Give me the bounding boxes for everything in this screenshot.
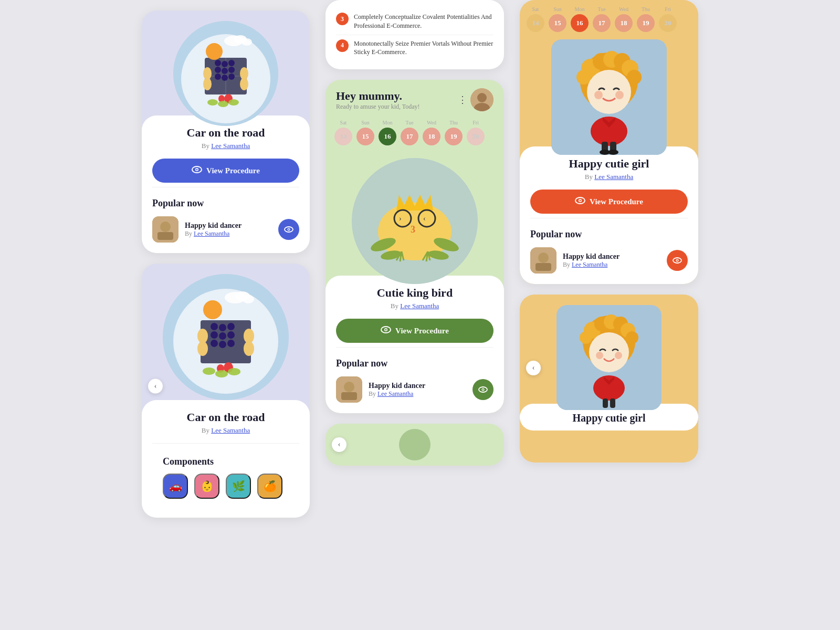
svg-point-29 <box>196 169 198 171</box>
svg-point-41 <box>219 324 226 331</box>
svg-text:3: 3 <box>411 224 415 235</box>
svg-text:›: › <box>399 215 402 223</box>
popular-section-right: Popular now Happy kid dancer By Lee Sama… <box>530 223 688 274</box>
svg-point-96 <box>615 91 624 99</box>
card-cutie-king-bird: Hey mummy. Ready to amuse your kid, Toda… <box>326 80 504 413</box>
svg-point-94 <box>587 70 631 114</box>
cal-day-fri: Fri 20 <box>466 120 485 145</box>
plate-image-area <box>142 10 310 126</box>
menu-dots[interactable]: ⋮ <box>458 94 467 106</box>
svg-point-45 <box>227 331 235 339</box>
svg-point-93 <box>576 70 591 85</box>
bird-plate-wrapper: › ‹ 3 <box>326 150 504 284</box>
svg-point-56 <box>215 370 228 377</box>
svg-point-102 <box>608 150 618 155</box>
components-row: 🚗 👶 🌿 🍊 <box>163 474 289 499</box>
popular-author-link-right[interactable]: Lee Samantha <box>572 261 607 268</box>
svg-point-26 <box>242 38 252 46</box>
popular-info-1: Happy kid dancer By Lee Samantha <box>185 222 272 238</box>
bird-author-link[interactable]: Lee Samantha <box>400 302 439 310</box>
svg-point-57 <box>228 368 240 375</box>
card-author: By Lee Samantha <box>152 142 299 150</box>
svg-point-35 <box>288 229 289 230</box>
view-procedure-button-center[interactable]: View Procedure <box>336 319 494 343</box>
popular-eye-btn-right[interactable] <box>667 250 688 271</box>
card-happy-cutie-girl-top: Sat 14 Sun 15 Mon 16 Tue 17 Wed 18 Thu 1… <box>520 0 698 284</box>
svg-point-42 <box>227 323 235 330</box>
card-body: Car on the road By Lee Samantha View Pro… <box>142 116 310 253</box>
author-link-2[interactable]: Lee Samantha <box>211 426 250 434</box>
back-button-left[interactable]: ‹ <box>148 379 163 394</box>
girl-plate-wrapper <box>520 34 698 155</box>
svg-rect-126 <box>603 398 608 408</box>
svg-point-6 <box>215 60 221 66</box>
svg-point-123 <box>615 352 622 359</box>
svg-point-120 <box>580 331 592 344</box>
svg-point-23 <box>228 99 239 106</box>
popular-author-link-center[interactable]: Lee Samantha <box>377 390 413 397</box>
popular-thumb-right <box>530 247 556 274</box>
component-btn-2[interactable]: 👶 <box>194 474 219 499</box>
cal-day-wed: Wed 18 <box>422 120 441 145</box>
card-happy-cutie-girl-bottom: ‹ <box>520 295 698 463</box>
cal-day-sun: Sun 15 <box>356 120 375 145</box>
view-procedure-button-1[interactable]: View Procedure <box>152 159 299 183</box>
svg-point-124 <box>593 375 625 401</box>
cal-day-wed-r: Wed 18 <box>614 6 633 32</box>
bird-author: By Lee Samantha <box>336 302 494 310</box>
back-button-right-bottom[interactable]: ‹ <box>526 361 541 375</box>
svg-point-84 <box>482 389 484 390</box>
girl-plate-2 <box>556 305 662 410</box>
card-author-2: By Lee Samantha <box>152 426 299 435</box>
svg-point-92 <box>627 70 642 85</box>
svg-point-10 <box>222 68 228 74</box>
svg-point-14 <box>228 74 235 80</box>
svg-point-11 <box>228 67 235 73</box>
svg-text:‹: ‹ <box>423 215 426 223</box>
component-btn-1[interactable]: 🚗 <box>163 474 188 499</box>
card-title: Car on the road <box>152 126 299 140</box>
popular-thumb-1 <box>152 216 178 243</box>
cal-day-mon-r: Mon 16 <box>570 6 589 32</box>
components-title: Components <box>163 456 289 467</box>
svg-point-18 <box>240 78 248 90</box>
greeting-text: Hey mummy. Ready to amuse your kid, Toda… <box>336 89 420 111</box>
author-link[interactable]: Lee Samantha <box>211 142 250 150</box>
bird-plate: › ‹ 3 <box>352 158 478 284</box>
popular-eye-btn-1[interactable] <box>278 219 299 240</box>
bird-title: Cutie king bird <box>336 286 494 300</box>
svg-point-38 <box>203 300 222 319</box>
girl-title-2: Happy cutie girl <box>530 412 688 424</box>
svg-point-40 <box>211 323 218 330</box>
task-item-4: 4 Monotonectally Seize Premier Vortals W… <box>336 35 494 61</box>
task-num-4: 4 <box>336 39 349 52</box>
svg-point-44 <box>219 332 226 340</box>
popular-title-right: Popular now <box>530 229 688 240</box>
girl-author-link[interactable]: Lee Samantha <box>594 173 633 181</box>
svg-point-9 <box>215 67 221 73</box>
component-btn-4[interactable]: 🍊 <box>257 474 282 499</box>
component-btn-3[interactable]: 🌿 <box>226 474 251 499</box>
popular-item-right: Happy kid dancer By Lee Samantha <box>530 247 688 274</box>
popular-section-center: Popular now Happy kid dancer By Lee Sama… <box>336 352 494 403</box>
cal-day-thu: Thu 19 <box>444 120 463 145</box>
view-procedure-button-right[interactable]: View Procedure <box>530 190 688 214</box>
card-green-partial-bottom: ‹ <box>326 424 504 466</box>
girl-title: Happy cutie girl <box>530 157 688 171</box>
popular-info-right: Happy kid dancer By Lee Samantha <box>563 253 660 269</box>
svg-point-111 <box>677 260 678 261</box>
card-car-on-road-top: Car on the road By Lee Samantha View Pro… <box>142 10 310 253</box>
svg-point-119 <box>626 331 638 344</box>
plate-image-area-2 <box>142 264 310 400</box>
popular-author-link-1[interactable]: Lee Samantha <box>194 230 229 237</box>
popular-by-right: By Lee Samantha <box>563 261 660 269</box>
popular-item-1: Happy kid dancer By Lee Samantha <box>152 216 299 243</box>
back-button-center-bottom[interactable]: ‹ <box>332 437 346 452</box>
girl-plate <box>551 39 667 155</box>
popular-eye-btn-center[interactable] <box>472 379 494 400</box>
svg-rect-108 <box>536 263 551 271</box>
svg-point-105 <box>580 200 581 202</box>
svg-point-62 <box>477 93 487 102</box>
card-car-on-road-bottom: ‹ <box>142 264 310 518</box>
svg-point-80 <box>344 382 354 392</box>
